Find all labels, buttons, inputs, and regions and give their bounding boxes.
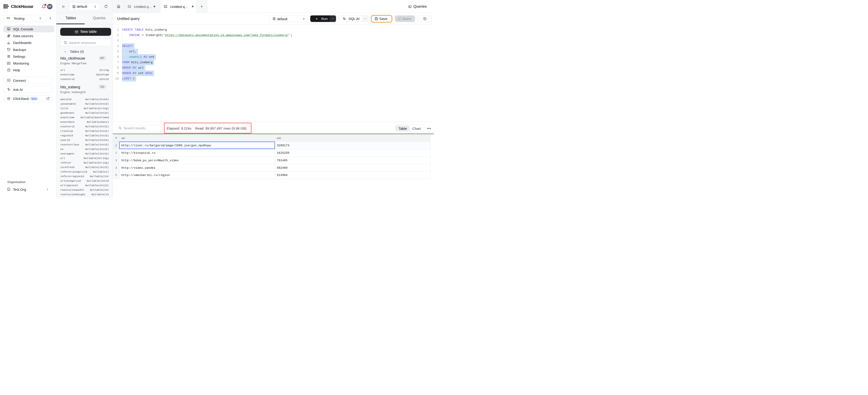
- svg-text:aws: aws: [6, 17, 10, 19]
